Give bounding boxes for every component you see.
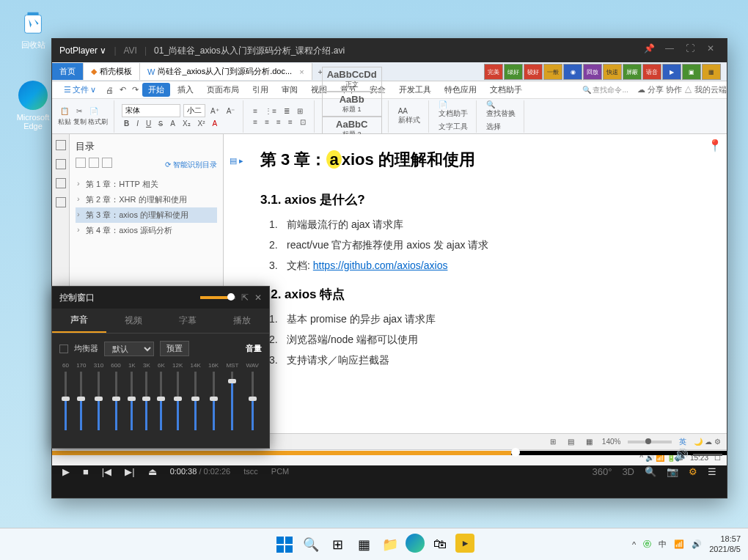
tray-security-icon[interactable]: ⓔ	[643, 539, 651, 550]
doc-helper-btn[interactable]: 📄文档助手	[436, 100, 470, 119]
mini-nav-icon[interactable]	[56, 159, 66, 169]
toc-opt[interactable]	[102, 158, 112, 168]
cw-pin-icon[interactable]: ⇱	[241, 292, 249, 303]
eq-band-slider[interactable]	[131, 372, 133, 430]
widgets-button[interactable]: ▦	[353, 534, 375, 556]
mini-comment-icon[interactable]	[56, 197, 66, 207]
menu-insert[interactable]: 插入	[172, 83, 199, 97]
tab-home[interactable]: 首页	[52, 63, 84, 80]
badge-2[interactable]: 绿好	[504, 64, 523, 80]
volume-icon[interactable]: 🔊	[674, 448, 689, 462]
ime-indicator[interactable]: 英	[679, 437, 686, 447]
menu-dev[interactable]: 开发工具	[393, 83, 437, 97]
cw-tab-audio[interactable]: 声音	[52, 309, 106, 333]
pin-icon[interactable]: 📌	[640, 43, 658, 58]
eq-band-slider[interactable]	[80, 372, 82, 430]
search-icon[interactable]: 🔍	[645, 466, 656, 477]
progress-thumb[interactable]	[511, 448, 520, 457]
close-button[interactable]: ✕	[702, 43, 719, 58]
explorer-button[interactable]: 📁	[379, 534, 401, 556]
underline-btn[interactable]: U	[144, 119, 153, 128]
paste-btn[interactable]: 📋	[58, 106, 71, 116]
settings-icon[interactable]: ⚙	[689, 466, 697, 477]
view-icon[interactable]: ▤	[565, 437, 576, 446]
qat-save[interactable]: 🖨	[103, 85, 116, 95]
app-name[interactable]: PotPlayer ∨	[59, 45, 106, 56]
cw-close-icon[interactable]: ✕	[254, 292, 262, 303]
section-tag-icon[interactable]: ▤ ▸	[230, 156, 243, 166]
badge-5[interactable]: ◉	[563, 64, 582, 80]
potplayer-button[interactable]: ▶	[455, 534, 474, 553]
prev-button[interactable]: |◀	[102, 466, 111, 477]
tab-file[interactable]: W尚硅谷_axios从入门到源码分析.doc...×	[140, 63, 312, 80]
toc-expand[interactable]	[76, 158, 86, 168]
tray-chevron-icon[interactable]: ^	[632, 540, 636, 549]
search-box[interactable]: 🔍 查找命令...	[582, 85, 628, 95]
style-gallery[interactable]: AaBbCcDd正文 AaBb标题 1 AaBbC标题 2 AaBbCc标题 3	[322, 100, 389, 133]
bold-btn[interactable]: B	[122, 119, 131, 128]
cw-tab-play[interactable]: 播放	[215, 309, 269, 333]
menu-layout[interactable]: 页面布局	[201, 83, 245, 97]
zoom-level[interactable]: 140%	[602, 438, 621, 446]
taskview-button[interactable]: ⊞	[326, 534, 348, 556]
toc-item-3[interactable]: 第 3 章：axios 的理解和使用	[76, 207, 217, 223]
volume-slider[interactable]	[693, 454, 722, 456]
eq-band-slider[interactable]	[231, 372, 233, 430]
wifi-icon[interactable]: 📶	[674, 539, 684, 549]
store-button[interactable]: 🛍	[429, 534, 451, 556]
eq-band-slider[interactable]	[160, 372, 162, 430]
maximize-button[interactable]: ⛶	[681, 43, 699, 58]
text-tool-btn[interactable]: 文字工具	[436, 121, 470, 133]
cw-master-slider[interactable]	[200, 296, 235, 299]
badge-12[interactable]: ▦	[702, 64, 721, 80]
badge-11[interactable]: ▣	[682, 64, 701, 80]
eq-band-slider[interactable]	[252, 372, 254, 430]
eq-preset-select[interactable]: 默认	[104, 342, 154, 356]
menu-special[interactable]: 特色应用	[439, 83, 483, 97]
toc-collapse[interactable]	[89, 158, 99, 168]
view-mode-icon[interactable]: ⊞	[548, 437, 558, 446]
qat-undo[interactable]: ↶	[117, 84, 128, 95]
badge-4[interactable]: 一般	[543, 64, 562, 80]
badge-8[interactable]: 屏蔽	[623, 64, 642, 80]
video-progress[interactable]: 🔊	[52, 451, 727, 455]
eq-band-slider[interactable]	[194, 372, 197, 430]
new-style-btn[interactable]: AA新样式	[396, 106, 422, 126]
eq-band-slider[interactable]	[115, 372, 117, 430]
doc-link[interactable]: https://github.com/axios/axios	[313, 259, 448, 271]
start-button[interactable]	[274, 534, 296, 556]
badge-6[interactable]: 回放	[583, 64, 602, 80]
recycle-bin[interactable]: 回收站	[11, 7, 55, 51]
playlist-icon[interactable]: ☰	[708, 466, 716, 477]
eject-button[interactable]: ⏏	[148, 466, 157, 477]
zoom-slider[interactable]	[628, 441, 672, 443]
toc-item-2[interactable]: 第 2 章：XHR 的理解和使用	[76, 192, 217, 207]
font-select[interactable]	[122, 104, 180, 117]
edge-button[interactable]	[406, 534, 425, 553]
select-btn[interactable]: 选择	[484, 121, 518, 133]
file-menu[interactable]: ☰ 文件 ∨	[58, 83, 102, 97]
eq-band-slider[interactable]	[98, 372, 100, 430]
eq-band-slider[interactable]	[145, 372, 147, 430]
mini-toc-icon[interactable]	[56, 140, 66, 150]
cw-tab-subtitle[interactable]: 字幕	[161, 309, 215, 333]
menu-helper[interactable]: 文档助手	[484, 83, 528, 97]
badge-7[interactable]: 快速	[603, 64, 622, 80]
toc-item-1[interactable]: 第 1 章：HTTP 相关	[76, 177, 217, 192]
play-button[interactable]: ▶	[62, 466, 70, 477]
eq-checkbox[interactable]	[59, 345, 68, 353]
qat-redo[interactable]: ↷	[130, 84, 141, 95]
clock[interactable]: 18:57 2021/8/5	[709, 534, 741, 553]
view-icon2[interactable]: ▦	[584, 437, 595, 446]
capture-icon[interactable]: 📷	[667, 466, 678, 477]
360-button[interactable]: 360°	[592, 466, 612, 477]
next-button[interactable]: ▶|	[125, 466, 134, 477]
badge-3[interactable]: 较好	[524, 64, 543, 80]
mini-bm-icon[interactable]	[56, 178, 66, 188]
badge-10[interactable]: ▶	[662, 64, 681, 80]
3d-button[interactable]: 3D	[622, 466, 634, 477]
eq-band-slider[interactable]	[177, 372, 179, 430]
menu-ref[interactable]: 引用	[246, 83, 274, 97]
toc-smart-link[interactable]: ⟳ 智能识别目录	[165, 160, 217, 170]
close-tab-icon[interactable]: ×	[299, 67, 304, 76]
